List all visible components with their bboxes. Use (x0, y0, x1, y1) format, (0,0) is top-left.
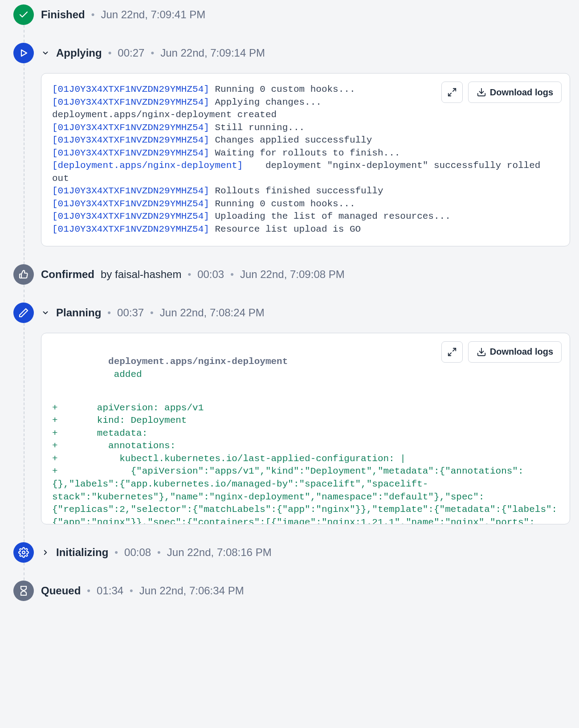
stage-title: Applying (56, 47, 102, 59)
gear-icon (13, 542, 34, 563)
log-text: Uploading the list of managed resources.… (209, 211, 451, 221)
log-id: [01J0Y3X4XTXF1NVZDN29YMHZ54] (52, 199, 209, 209)
hourglass-icon (13, 581, 34, 601)
log-line: [01J0Y3X4XTXF1NVZDN29YMHZ54] Waiting for… (52, 147, 559, 160)
stage-timestamp: Jun 22nd, 7:08:24 PM (160, 307, 265, 319)
separator-dot: • (151, 47, 154, 59)
log-line: [01J0Y3X4XTXF1NVZDN29YMHZ54] Still runni… (52, 122, 559, 135)
log-id: [01J0Y3X4XTXF1NVZDN29YMHZ54] (52, 123, 209, 133)
separator-dot: • (230, 269, 234, 280)
stage-header: Applying • 00:27 • Jun 22nd, 7:09:14 PM (41, 43, 570, 63)
stage-title: Initializing (56, 546, 108, 559)
stage-title: Queued (41, 585, 81, 597)
log-text: Rollouts finished successfully (209, 186, 383, 196)
separator-dot: • (150, 307, 154, 319)
stage-title: Confirmed (41, 268, 94, 281)
log-text: Running 0 custom hooks... (209, 84, 355, 94)
stage-finished: Finished • Jun 22nd, 7:09:41 PM (13, 4, 570, 43)
separator-dot: • (87, 585, 90, 597)
stage-confirmed: Confirmed by faisal-hashem • 00:03 • Jun… (13, 264, 570, 303)
diff-line: + kind: Deployment (52, 414, 559, 427)
stage-duration: 00:08 (124, 546, 151, 559)
stage-queued: Queued • 01:34 • Jun 22nd, 7:06:34 PM (13, 581, 570, 619)
stage-title: Finished (41, 8, 85, 21)
stage-timestamp: Jun 22nd, 7:06:34 PM (139, 585, 244, 597)
confirmed-by: by faisal-hashem (101, 268, 181, 281)
download-icon (477, 87, 486, 97)
separator-dot: • (188, 269, 191, 280)
log-actions: Download logs (441, 82, 562, 103)
pencil-icon (13, 303, 34, 323)
separator-dot: • (107, 307, 111, 319)
log-line: [01J0Y3X4XTXF1NVZDN29YMHZ54] Running 0 c… (52, 198, 559, 211)
expand-icon (447, 347, 457, 357)
separator-dot: • (114, 547, 118, 558)
chevron-down-icon[interactable] (41, 308, 50, 317)
diff-line: + {"apiVersion":"apps/v1","kind":"Deploy… (52, 465, 559, 524)
log-deployment-ref: [deployment.apps/nginx-deployment] (52, 160, 243, 171)
stage-duration: 01:34 (97, 585, 123, 597)
stage-timestamp: Jun 22nd, 7:09:41 PM (101, 8, 205, 21)
diff-line: + annotations: (52, 440, 559, 453)
log-id: [01J0Y3X4XTXF1NVZDN29YMHZ54] (52, 148, 209, 158)
timeline: Finished • Jun 22nd, 7:09:41 PM Applying… (9, 4, 570, 619)
svg-marker-0 (21, 50, 27, 56)
log-body: [01J0Y3X4XTXF1NVZDN29YMHZ54] Running 0 c… (52, 83, 559, 236)
separator-dot: • (108, 47, 112, 59)
diff-action: added (114, 369, 142, 380)
stage-timestamp: Jun 22nd, 7:09:14 PM (160, 47, 265, 59)
svg-line-4 (453, 348, 456, 351)
log-line: [01J0Y3X4XTXF1NVZDN29YMHZ54] Changes app… (52, 134, 559, 147)
separator-dot: • (130, 585, 133, 597)
stage-initializing: Initializing • 00:08 • Jun 22nd, 7:08:16… (13, 542, 570, 581)
stage-header: Confirmed by faisal-hashem • 00:03 • Jun… (41, 264, 570, 285)
log-id: [01J0Y3X4XTXF1NVZDN29YMHZ54] (52, 84, 209, 94)
log-text: Running 0 custom hooks... (209, 199, 355, 209)
check-icon (13, 4, 34, 25)
log-line: [01J0Y3X4XTXF1NVZDN29YMHZ54] Resource li… (52, 223, 559, 236)
stage-header: Finished • Jun 22nd, 7:09:41 PM (41, 4, 570, 25)
expand-icon (447, 87, 457, 97)
log-id: [01J0Y3X4XTXF1NVZDN29YMHZ54] (52, 97, 209, 107)
stage-timestamp: Jun 22nd, 7:08:16 PM (167, 546, 272, 559)
separator-dot: • (157, 547, 161, 558)
stage-title: Planning (56, 307, 101, 319)
log-body: deployment.apps/nginx-deployment added +… (52, 343, 559, 524)
svg-point-7 (22, 551, 25, 554)
download-icon (477, 347, 486, 357)
stage-applying: Applying • 00:27 • Jun 22nd, 7:09:14 PM … (13, 43, 570, 264)
separator-dot: • (91, 9, 95, 20)
log-panel-applying: Download logs [01J0Y3X4XTXF1NVZDN29YMHZ5… (41, 73, 570, 246)
stage-timestamp: Jun 22nd, 7:09:08 PM (240, 268, 345, 281)
stage-planning: Planning • 00:37 • Jun 22nd, 7:08:24 PM … (13, 303, 570, 542)
log-line: [01J0Y3X4XTXF1NVZDN29YMHZ54] Rollouts fi… (52, 185, 559, 198)
stage-duration: 00:03 (197, 268, 224, 281)
log-text: Waiting for rollouts to finish... (209, 148, 400, 158)
download-logs-button[interactable]: Download logs (468, 341, 562, 363)
download-logs-button[interactable]: Download logs (468, 82, 562, 103)
stage-header: Queued • 01:34 • Jun 22nd, 7:06:34 PM (41, 581, 570, 601)
diff-resource: deployment.apps/nginx-deployment (108, 356, 288, 367)
log-line: [deployment.apps/nginx-deployment] deplo… (52, 160, 559, 185)
log-id: [01J0Y3X4XTXF1NVZDN29YMHZ54] (52, 186, 209, 196)
log-line: deployment.apps/nginx-deployment created (52, 109, 559, 122)
play-icon (13, 43, 34, 63)
stage-duration: 00:27 (118, 47, 144, 59)
stage-header: Initializing • 00:08 • Jun 22nd, 7:08:16… (41, 542, 570, 563)
svg-line-1 (453, 89, 456, 91)
diff-line: + apiVersion: apps/v1 (52, 402, 559, 415)
expand-button[interactable] (441, 341, 463, 363)
log-text: Changes applied successfully (209, 135, 372, 145)
expand-button[interactable] (441, 82, 463, 103)
stage-header: Planning • 00:37 • Jun 22nd, 7:08:24 PM (41, 303, 570, 323)
chevron-right-icon[interactable] (41, 548, 50, 557)
chevron-down-icon[interactable] (41, 49, 50, 57)
log-text: Applying changes... (209, 97, 322, 107)
diff-line: + metadata: (52, 427, 559, 440)
log-id: [01J0Y3X4XTXF1NVZDN29YMHZ54] (52, 135, 209, 145)
download-logs-label: Download logs (490, 347, 553, 357)
svg-line-2 (449, 93, 451, 96)
log-text: Still running... (209, 123, 305, 133)
log-line: [01J0Y3X4XTXF1NVZDN29YMHZ54] Uploading t… (52, 210, 559, 223)
log-text: deployment.apps/nginx-deployment created (52, 110, 277, 120)
